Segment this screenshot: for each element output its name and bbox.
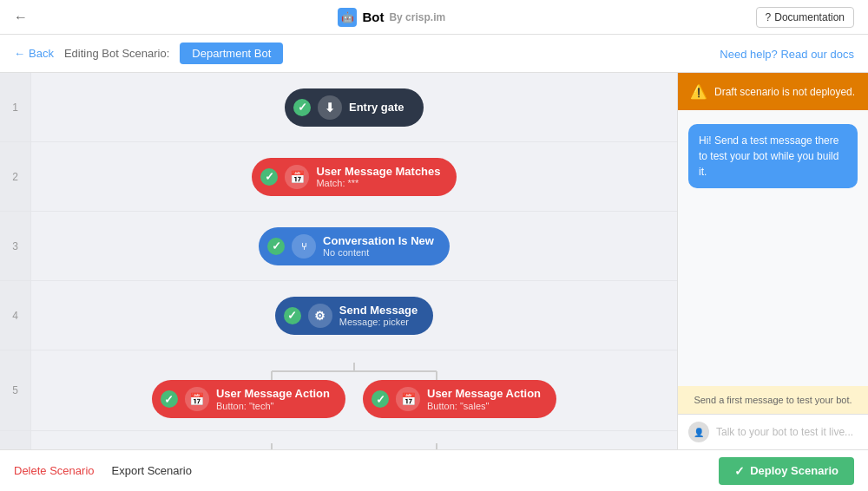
row-content-3: ✓ ⑂ Conversation Is New No content <box>31 215 677 278</box>
node-check-5r: ✓ <box>372 390 389 408</box>
node-text-5r: User Message Action Button: "sales" <box>427 387 541 411</box>
send-message-node[interactable]: ✓ ⚙ Send Message Message: picker <box>275 297 433 335</box>
bot-icon: 🤖 <box>338 8 357 27</box>
flow-row-4: 4 ✓ ⚙ Send Message Message: picker <box>0 281 677 350</box>
row-content-2: ✓ 📅 User Message Matches Match: *** <box>31 146 677 208</box>
node-sub-4: Message: picker <box>339 317 418 327</box>
node-icon-2: 📅 <box>285 165 309 189</box>
user-message-action-right[interactable]: ✓ 📅 User Message Action Button: "sales" <box>363 380 556 418</box>
flow-row-2: 2 ✓ 📅 User Message Matches Match: *** <box>0 142 677 212</box>
row-content-5: ✓ 📅 User Message Action Button: "tech" ✓… <box>31 350 677 430</box>
right-panel: ⚠️ Draft scenario is not deployed. Hi! S… <box>677 73 868 449</box>
back-icon[interactable]: ← <box>14 10 28 25</box>
export-scenario-link[interactable]: Export Scenario <box>112 464 193 477</box>
node-text-5l: User Message Action Button: "tech" <box>216 387 330 411</box>
node-sub-3: No content <box>323 247 434 258</box>
bottom-bar: Delete Scenario Export Scenario ✓ Deploy… <box>0 449 868 491</box>
bot-name-badge[interactable]: Department Bot <box>180 43 283 64</box>
subbar-right: Need help? Read our docs <box>720 46 854 62</box>
node-sub-5r: Button: "sales" <box>427 401 541 411</box>
row-content-6: ✓ ⚙ Show Compose Compose: 1 seconds ✓ ⚙ <box>31 431 677 449</box>
split-nodes-row5: ✓ 📅 User Message Action Button: "tech" ✓… <box>152 380 556 418</box>
row-number-2: 2 <box>0 142 31 211</box>
alert-icon: ⚠️ <box>690 83 707 100</box>
row-number-4: 4 <box>0 281 31 350</box>
back-arrow-icon: ← <box>14 47 25 60</box>
row-number-1: 1 <box>0 73 31 141</box>
chat-avatar: 👤 <box>688 422 709 442</box>
node-sub-5l: Button: "tech" <box>216 401 330 411</box>
node-check-4: ✓ <box>284 307 301 324</box>
app-by: By crisp.im <box>389 11 445 23</box>
doc-btn-label: Documentation <box>774 11 845 23</box>
back-link[interactable]: ← Back <box>14 47 54 60</box>
tree-connector-svg-6 <box>189 443 519 449</box>
back-label: Back <box>29 47 54 60</box>
node-icon-4: ⚙ <box>308 304 332 328</box>
user-message-matches-node[interactable]: ✓ 📅 User Message Matches Match: *** <box>252 158 456 196</box>
flow-row-1: 1 ✓ ⬇ Entry gate <box>0 73 677 142</box>
app-name: Bot <box>362 10 384 24</box>
node-title-2: User Message Matches <box>316 165 440 179</box>
topbar: ← 🤖 Bot By crisp.im ? Documentation <box>0 0 868 35</box>
node-text-1: Entry gate <box>349 101 404 115</box>
alert-text: Draft scenario is not deployed. <box>714 86 855 98</box>
deploy-check-icon: ✓ <box>734 464 745 478</box>
node-title-3: Conversation Is New <box>323 234 434 248</box>
node-check-5l: ✓ <box>161 390 178 408</box>
deploy-label: Deploy Scenario <box>750 464 838 477</box>
documentation-button[interactable]: ? Documentation <box>756 7 854 28</box>
node-check-3: ✓ <box>267 238 285 255</box>
row-content-1: ✓ ⬇ Entry gate <box>31 76 677 139</box>
deploy-scenario-button[interactable]: ✓ Deploy Scenario <box>719 457 854 485</box>
node-title-5r: User Message Action <box>427 387 541 401</box>
row-number-3: 3 <box>0 212 31 280</box>
check-icon-2: ✓ <box>265 170 274 183</box>
flow-row-3: 3 ✓ ⑂ Conversation Is New No content <box>0 212 677 281</box>
chat-bubble: Hi! Send a test message there to test yo… <box>688 124 858 188</box>
user-message-action-left[interactable]: ✓ 📅 User Message Action Button: "tech" <box>152 380 345 418</box>
chat-input-area: 👤 Talk to your bot to test it live... <box>678 414 868 449</box>
tree-connector-svg <box>189 363 519 380</box>
flow-row-6: 6 ✓ ⚙ Show Compose Compose: 1 seconds <box>0 431 677 449</box>
topbar-center: 🤖 Bot By crisp.im <box>338 8 445 27</box>
node-text-4: Send Message Message: picker <box>339 304 418 328</box>
check-icon-3: ✓ <box>272 239 281 252</box>
right-spacer <box>678 195 868 386</box>
entry-gate-node[interactable]: ✓ ⬇ Entry gate <box>285 88 424 127</box>
node-text-3: Conversation Is New No content <box>323 234 434 259</box>
canvas-area[interactable]: 1 ✓ ⬇ Entry gate 2 ✓ 📅 User Mess <box>0 73 677 449</box>
test-hint: Send a first message to test your bot. <box>678 386 868 414</box>
check-icon-5r: ✓ <box>376 393 385 406</box>
help-link[interactable]: Need help? Read our docs <box>720 48 854 61</box>
node-icon-5r: 📅 <box>396 387 420 411</box>
flow-row-5: 5 <box>0 350 677 431</box>
subbar: ← Back Editing Bot Scenario: Department … <box>0 35 868 73</box>
node-title-4: Send Message <box>339 304 418 318</box>
node-icon-5l: 📅 <box>185 387 209 411</box>
delete-scenario-link[interactable]: Delete Scenario <box>14 464 95 477</box>
node-icon-1: ⬇ <box>318 95 342 120</box>
bottom-right: ✓ Deploy Scenario <box>719 457 854 485</box>
row-number-5: 5 <box>0 350 31 430</box>
topbar-right: ? Documentation <box>756 7 854 28</box>
topbar-left: ← <box>14 10 28 25</box>
conversation-is-new-node[interactable]: ✓ ⑂ Conversation Is New No content <box>259 227 450 265</box>
node-title-5l: User Message Action <box>216 387 330 401</box>
node-check-1: ✓ <box>293 99 311 116</box>
node-sub-2: Match: *** <box>316 178 440 188</box>
alert-banner: ⚠️ Draft scenario is not deployed. <box>678 73 868 110</box>
node-icon-3: ⑂ <box>292 234 316 259</box>
node-title-1: Entry gate <box>349 101 404 115</box>
node-check-2: ✓ <box>260 168 278 186</box>
chat-placeholder: Talk to your bot to test it live... <box>716 426 853 438</box>
question-icon: ? <box>766 11 772 23</box>
check-icon-4: ✓ <box>287 309 297 322</box>
row-number-6: 6 <box>0 431 31 449</box>
check-icon-5l: ✓ <box>164 393 174 406</box>
row-content-4: ✓ ⚙ Send Message Message: picker <box>31 285 677 347</box>
check-icon: ✓ <box>298 101 307 114</box>
bottom-left: Delete Scenario Export Scenario <box>14 464 192 477</box>
editing-label: Editing Bot Scenario: <box>64 47 169 60</box>
node-text-2: User Message Matches Match: *** <box>316 165 440 189</box>
